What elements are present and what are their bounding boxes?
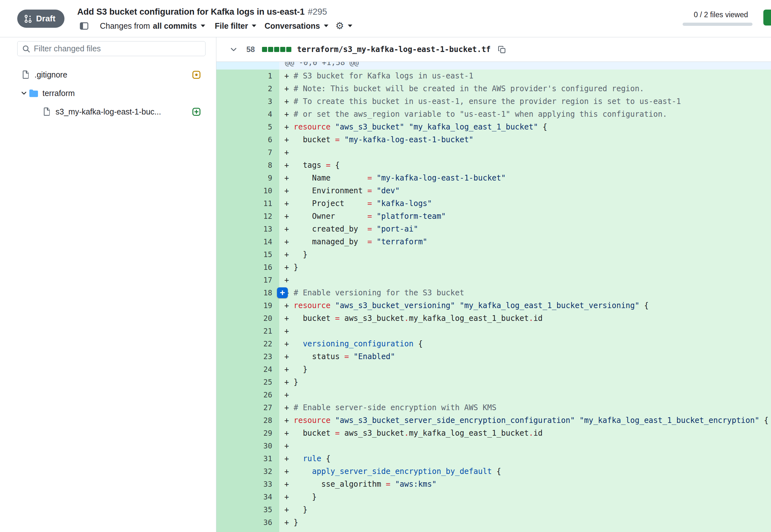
diff-row: 34+ } <box>216 491 771 503</box>
line-number[interactable]: 1 <box>216 70 279 82</box>
chevron-down-icon <box>20 90 27 97</box>
caret-down-icon <box>348 25 352 27</box>
code-line: + Name = "my-kafka-log-east-1-bucket" <box>279 172 771 184</box>
code-line: + <box>279 274 771 286</box>
line-number[interactable]: 15 <box>216 248 279 261</box>
diff-row: 27+# Enable server-side encryption with … <box>216 401 771 414</box>
line-number[interactable]: 7 <box>216 146 279 159</box>
line-number[interactable]: 30 <box>216 440 279 452</box>
collapse-file-button[interactable] <box>230 46 237 53</box>
tree-item-s3-my-kafka-log-east-1-buc[interactable]: s3_my-kafka-log-east-1-buc... <box>5 102 211 121</box>
file-path-link[interactable]: terraform/s3_my-kafka-log-east-1-bucket.… <box>297 45 491 54</box>
addition-sign: + <box>279 440 293 452</box>
line-number[interactable]: 16 <box>216 261 279 274</box>
line-number[interactable]: 6 <box>216 133 279 146</box>
addition-sign: + <box>279 427 293 440</box>
line-number[interactable]: 37 <box>216 529 279 532</box>
line-number[interactable]: 12 <box>216 210 279 223</box>
code-line: +# Enable versioning for the S3 bucket <box>279 286 771 299</box>
diff-row: 10+ Environment = "dev" <box>216 184 771 197</box>
line-number[interactable]: 11 <box>216 197 279 210</box>
file-tree-toggle-button[interactable] <box>80 20 88 32</box>
copy-path-button[interactable] <box>498 46 506 54</box>
line-number[interactable]: 29 <box>216 427 279 440</box>
line-number[interactable]: 22 <box>216 337 279 350</box>
code-line: + bucket = "my-kafka-log-east-1-bucket" <box>279 133 771 146</box>
line-number[interactable]: 32 <box>216 465 279 478</box>
addition-sign: + <box>279 223 293 235</box>
add-comment-button[interactable]: + <box>277 287 288 298</box>
diff-row: 17+ <box>216 274 771 286</box>
draft-status-badge: Draft <box>17 10 64 28</box>
diff-row: 8+ tags = { <box>216 159 771 172</box>
line-number[interactable]: 21 <box>216 325 279 337</box>
addition-sign: + <box>279 299 293 312</box>
caret-down-icon <box>201 25 205 27</box>
line-number[interactable]: 18 <box>216 286 279 299</box>
diff-row: 2+# Note: This bucket will be created in… <box>216 82 771 95</box>
file-filter-dropdown[interactable]: File filter <box>215 20 256 32</box>
line-number[interactable]: 9 <box>216 172 279 184</box>
line-number[interactable]: 14 <box>216 235 279 248</box>
line-number[interactable]: 19 <box>216 299 279 312</box>
line-number[interactable]: 28 <box>216 414 279 427</box>
addition-sign: + <box>279 133 293 146</box>
addition-sign: + <box>279 210 293 223</box>
line-number[interactable]: 25 <box>216 376 279 388</box>
code-line: +} <box>279 516 771 529</box>
expand-hunk-button[interactable] <box>216 62 279 70</box>
code-line: + } <box>279 248 771 261</box>
addition-sign: + <box>279 414 293 427</box>
line-number[interactable]: 36 <box>216 516 279 529</box>
code-line: + apply_server_side_encryption_by_defaul… <box>279 465 771 478</box>
addition-sign: + <box>279 491 293 503</box>
code-line: +resource "aws_s3_bucket_server_side_enc… <box>279 414 771 427</box>
addition-sign: + <box>279 197 293 210</box>
changes-from-value: all commits <box>153 21 197 31</box>
line-number[interactable]: 5 <box>216 121 279 133</box>
line-number[interactable]: 2 <box>216 82 279 95</box>
line-number[interactable]: 35 <box>216 503 279 516</box>
line-number[interactable]: 20 <box>216 312 279 325</box>
line-number[interactable]: 8 <box>216 159 279 172</box>
diff-row: 31+ rule { <box>216 452 771 465</box>
diff-settings-button[interactable]: ⚙ <box>335 20 352 32</box>
line-number[interactable]: 33 <box>216 478 279 491</box>
line-number[interactable]: 31 <box>216 452 279 465</box>
changes-from-dropdown[interactable]: Changes from all commits <box>100 20 205 32</box>
line-number[interactable]: 34 <box>216 491 279 503</box>
line-number[interactable]: 23 <box>216 350 279 363</box>
code-line: + tags = { <box>279 159 771 172</box>
addition-sign: + <box>279 82 293 95</box>
conversations-dropdown[interactable]: Conversations <box>264 20 328 32</box>
line-number[interactable]: 27 <box>216 401 279 414</box>
file-added-icon <box>192 107 201 116</box>
line-number[interactable]: 26 <box>216 388 279 401</box>
filter-changed-files-input[interactable] <box>34 44 205 53</box>
code-line: + sse_algorithm = "aws:kms" <box>279 478 771 491</box>
changed-files-tree: .gitignoreterraforms3_my-kafka-log-east-… <box>5 65 211 121</box>
line-number[interactable]: 10 <box>216 184 279 197</box>
addition-sign: + <box>279 337 293 350</box>
diff-row: 20+ bucket = aws_s3_bucket.my_kafka_log_… <box>216 312 771 325</box>
review-changes-button[interactable]: Review changes <box>763 10 771 26</box>
code-line: + <box>279 325 771 337</box>
line-number[interactable]: 3 <box>216 95 279 108</box>
addition-sign: + <box>279 172 293 184</box>
code-line: + Project = "kafka-logs" <box>279 197 771 210</box>
line-number[interactable]: 24 <box>216 363 279 376</box>
line-number[interactable]: 17 <box>216 274 279 286</box>
code-line: +# To create this bucket in us-east-1, e… <box>279 95 771 108</box>
code-line: +} <box>279 261 771 274</box>
diff-row: 30+ <box>216 440 771 452</box>
code-line: +# or set the aws_region variable to "us… <box>279 108 771 121</box>
pr-header: Draft Add S3 bucket configuration for Ka… <box>0 0 771 37</box>
line-number[interactable]: 13 <box>216 223 279 235</box>
line-number[interactable]: 4 <box>216 108 279 121</box>
tree-item-terraform[interactable]: terraform <box>5 84 211 102</box>
diff-row: 33+ sse_algorithm = "aws:kms" <box>216 478 771 491</box>
addition-sign: + <box>279 516 293 529</box>
tree-item-gitignore[interactable]: .gitignore <box>5 65 211 84</box>
pr-title: Add S3 bucket configuration for Kafka lo… <box>77 7 327 17</box>
file-modified-icon <box>192 70 201 79</box>
